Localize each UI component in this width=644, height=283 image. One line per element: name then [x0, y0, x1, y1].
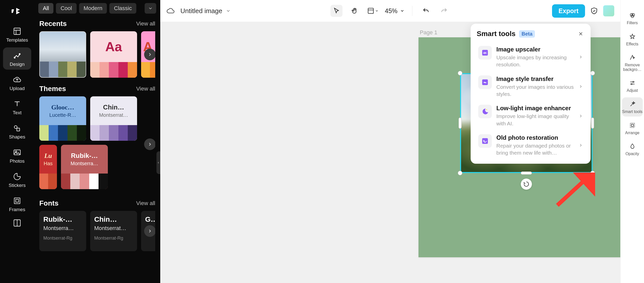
svg-rect-11 — [368, 8, 373, 14]
recent-card[interactable]: Aa — [90, 31, 137, 78]
svg-rect-30 — [631, 124, 633, 126]
rprop-remove-bg[interactable]: Remove backgro… — [622, 51, 643, 74]
rprop-smart-tools[interactable]: Smart tools — [622, 97, 643, 117]
themes-viewall[interactable]: View all — [136, 86, 155, 92]
rprop-adjust[interactable]: Adjust — [622, 76, 643, 95]
recents-viewall[interactable]: View all — [136, 20, 155, 27]
nav-shapes[interactable]: Shapes — [3, 120, 31, 142]
resize-handle-w[interactable] — [459, 118, 462, 129]
chip-classic[interactable]: Classic — [109, 3, 136, 14]
upscaler-icon: 4K — [478, 46, 492, 60]
chevron-right-icon — [578, 114, 583, 118]
smart-tool-upscaler[interactable]: 4KImage upscalerUpscale images by increa… — [477, 42, 585, 72]
chevron-down-icon — [400, 9, 405, 13]
themes-scroll-right[interactable] — [144, 138, 155, 150]
separator — [412, 6, 412, 16]
resize-handle-sw[interactable] — [458, 171, 462, 175]
fonts-title: Fonts — [39, 199, 58, 207]
nav-text[interactable]: Text — [3, 96, 31, 118]
resize-handle-ne[interactable] — [590, 71, 595, 75]
chevron-right-icon — [578, 84, 583, 89]
resize-handle-se[interactable] — [590, 171, 595, 175]
smart-tool-lowlight[interactable]: Low-light image enhancerImprove low-ligh… — [477, 101, 585, 131]
select-tool[interactable] — [330, 5, 342, 17]
smart-tools-panel: Smart tools Beta 4KImage upscalerUpscale… — [471, 24, 591, 164]
layout-tool[interactable] — [367, 5, 379, 17]
shield-icon[interactable] — [590, 7, 598, 15]
recents-scroll-right[interactable] — [144, 49, 155, 60]
svg-point-28 — [631, 84, 632, 85]
export-button[interactable]: Export — [552, 4, 585, 18]
nav-upload[interactable]: Upload — [3, 72, 31, 94]
svg-rect-1 — [14, 28, 20, 35]
section-themes: ThemesView all Glooc…Lucette-R…Chin…Mont… — [34, 83, 160, 197]
chip-all[interactable]: All — [38, 3, 53, 14]
chip-cool[interactable]: Cool — [56, 3, 76, 14]
svg-rect-0 — [12, 9, 14, 13]
resize-handle-e[interactable] — [591, 118, 594, 129]
page-label: Page 1 — [420, 29, 437, 36]
theme-card[interactable]: Rubik-…Montserra… — [61, 145, 108, 189]
rotate-handle[interactable] — [521, 179, 532, 190]
chevron-right-icon — [578, 143, 583, 148]
cloud-sync-icon[interactable] — [166, 7, 175, 15]
chip-more[interactable] — [145, 3, 156, 14]
rprop-filters[interactable]: Filters — [622, 9, 643, 28]
user-avatar[interactable] — [603, 5, 614, 16]
svg-rect-22 — [482, 138, 488, 144]
canvas[interactable]: Page 1 — [160, 22, 620, 283]
nav-stickers[interactable]: Stickers — [3, 168, 31, 191]
svg-point-27 — [633, 81, 634, 82]
chevron-right-icon — [578, 55, 583, 59]
svg-rect-5 — [17, 128, 20, 131]
app-logo[interactable] — [10, 4, 25, 19]
smart-tools-title: Smart tools — [477, 30, 516, 38]
rprop-effects[interactable]: Effects — [622, 30, 643, 49]
right-property-rail: Filters Effects Remove backgro… Adjust S… — [620, 0, 644, 283]
left-nav-rail: Templates Design Upload Text Shapes Phot… — [0, 0, 34, 283]
svg-rect-29 — [630, 123, 634, 127]
sidebar-collapse[interactable] — [156, 151, 160, 174]
recent-card[interactable] — [39, 31, 86, 78]
undo-button[interactable] — [420, 5, 432, 17]
design-sidebar: All Cool Modern Classic RecentsView all … — [34, 0, 160, 283]
nav-photos[interactable]: Photos — [3, 144, 31, 166]
section-fonts: FontsView all Rubik-…Montserra…Montserra… — [34, 197, 160, 256]
zoom-control[interactable]: 45% — [385, 7, 404, 15]
svg-rect-9 — [16, 199, 18, 202]
svg-rect-20 — [482, 79, 488, 85]
hand-tool[interactable] — [348, 5, 361, 17]
document-title[interactable]: Untitled image — [180, 7, 231, 15]
nav-design[interactable]: Design — [3, 47, 31, 70]
restore-icon — [478, 134, 492, 148]
smart-tool-style[interactable]: Image style transferConvert your images … — [477, 72, 585, 101]
main-area: Untitled image 45% Export Page 1 — [160, 0, 620, 283]
theme-card[interactable]: Chin…Montserrat… — [90, 96, 137, 141]
resize-handle-nw[interactable] — [458, 71, 462, 75]
font-card[interactable]: Rubik-…Montserra…Montserrat-Rg — [39, 211, 86, 251]
nav-frames[interactable]: Frames — [3, 193, 31, 215]
topbar: Untitled image 45% Export — [160, 0, 620, 22]
smart-tool-restore[interactable]: Old photo restorationRepair your damaged… — [477, 131, 585, 160]
rprop-opacity[interactable]: Opacity — [622, 139, 643, 159]
resize-handle-s[interactable] — [521, 172, 532, 175]
chevron-down-icon — [226, 8, 231, 13]
recents-title: Recents — [39, 20, 67, 28]
svg-point-21 — [486, 109, 487, 110]
rprop-arrange[interactable]: Arrange — [622, 119, 643, 138]
fonts-viewall[interactable]: View all — [136, 200, 155, 207]
svg-rect-8 — [14, 198, 20, 204]
chip-modern[interactable]: Modern — [79, 3, 107, 14]
style-icon — [478, 75, 492, 89]
font-card[interactable]: Chin…Montserrat…Montserrat-Rg — [90, 211, 137, 251]
fonts-scroll-right[interactable] — [144, 225, 155, 237]
style-filter-chips: All Cool Modern Classic — [34, 3, 160, 18]
theme-card[interactable]: LuHas — [39, 145, 57, 189]
nav-more[interactable] — [3, 217, 31, 230]
svg-point-2 — [14, 57, 15, 58]
nav-templates[interactable]: Templates — [3, 23, 31, 45]
redo-button[interactable] — [438, 5, 450, 17]
close-icon[interactable] — [577, 30, 585, 38]
beta-badge: Beta — [519, 30, 535, 38]
theme-card[interactable]: Glooc…Lucette-R… — [39, 96, 86, 141]
